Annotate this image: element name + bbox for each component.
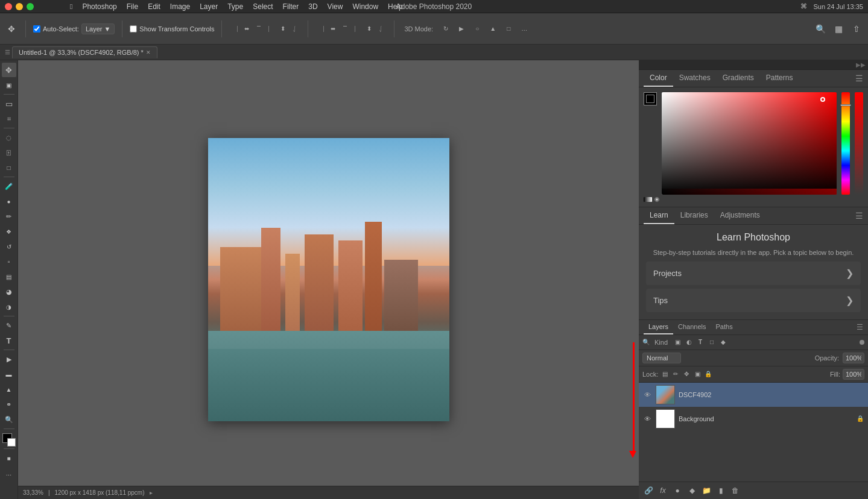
align-bottom-icon[interactable]: ⎺ bbox=[253, 24, 264, 34]
background-color[interactable] bbox=[7, 438, 16, 447]
dist-vcenter-icon[interactable]: ⬌ bbox=[328, 24, 338, 34]
menu-select[interactable]: Select bbox=[249, 2, 276, 11]
filter-pixel-icon[interactable]: ▣ bbox=[673, 337, 682, 347]
tab-learn[interactable]: Learn bbox=[644, 207, 674, 224]
menu-window[interactable]: Window bbox=[349, 2, 382, 11]
align-left-icon[interactable]: ⎸ bbox=[265, 24, 276, 34]
extras-tool[interactable]: … bbox=[2, 466, 16, 480]
color-saturation-box[interactable] bbox=[662, 92, 837, 195]
fg-color[interactable] bbox=[646, 95, 654, 103]
transform-controls-checkbox[interactable] bbox=[130, 25, 137, 33]
tab-swatches[interactable]: Swatches bbox=[673, 70, 717, 87]
tab-paths[interactable]: Paths bbox=[711, 320, 738, 334]
brush-tool[interactable]: ✏ bbox=[2, 209, 16, 224]
tab-close-icon[interactable]: ✕ bbox=[146, 49, 151, 55]
tab-adjustments[interactable]: Adjustments bbox=[714, 207, 766, 224]
opacity-input[interactable] bbox=[843, 353, 864, 363]
quick-select-tool[interactable]: ◌ bbox=[2, 130, 16, 145]
close-button[interactable] bbox=[5, 3, 12, 10]
menu-bar[interactable]:  Photoshop File Edit Image Layer Type S… bbox=[66, 2, 407, 11]
share-icon[interactable]: ⇧ bbox=[850, 22, 863, 36]
custom-shape-tool[interactable]: ▲ bbox=[2, 382, 16, 397]
new-adjustment-icon[interactable]: ◆ bbox=[686, 485, 698, 497]
maximize-button[interactable] bbox=[27, 3, 34, 10]
align-top-icon[interactable]: ⎹ bbox=[229, 24, 240, 34]
alpha-slider[interactable] bbox=[855, 92, 863, 195]
canvas-document[interactable] bbox=[208, 138, 449, 421]
clone-stamp-tool[interactable]: ❖ bbox=[2, 224, 16, 239]
tab-patterns[interactable]: Patterns bbox=[760, 70, 799, 87]
layer-effects-icon[interactable]: fx bbox=[657, 485, 669, 497]
menu-file[interactable]: File bbox=[123, 2, 142, 11]
type-tool[interactable]: T bbox=[2, 333, 16, 348]
move-tool-icon[interactable]: ✥ bbox=[5, 22, 18, 36]
artboard-tool[interactable]: ▣ bbox=[2, 78, 16, 92]
filter-toggle[interactable] bbox=[860, 340, 864, 345]
dist-bottom-icon[interactable]: ⎺ bbox=[340, 24, 350, 34]
lock-all-icon[interactable]: 🔒 bbox=[704, 370, 712, 378]
lasso-tool[interactable]: ⌗ bbox=[2, 111, 16, 126]
learn-item-tips[interactable]: Tips ❯ bbox=[646, 289, 861, 312]
3d-more-icon[interactable]: … bbox=[519, 24, 530, 34]
filter-shape-icon[interactable]: □ bbox=[707, 337, 717, 347]
layers-panel-menu[interactable]: ☰ bbox=[857, 323, 863, 331]
lock-artboard-icon[interactable]: ▣ bbox=[693, 370, 702, 378]
alpha-bar[interactable] bbox=[855, 92, 863, 195]
layer-visibility-eye-bg[interactable]: 👁 bbox=[642, 414, 652, 424]
new-layer-icon[interactable]: ▮ bbox=[715, 485, 727, 497]
hand-tool[interactable]: ⚭ bbox=[2, 397, 16, 412]
layer-row-background[interactable]: 👁 Background 🔒 bbox=[639, 407, 868, 431]
menu-type[interactable]: Type bbox=[224, 2, 247, 11]
window-controls[interactable] bbox=[5, 3, 34, 10]
marquee-tool[interactable]: ▭ bbox=[2, 96, 16, 111]
transform-controls-label[interactable]: Show Transform Controls bbox=[130, 25, 214, 33]
filter-smart-icon[interactable]: ◆ bbox=[718, 337, 728, 347]
menu-image[interactable]: Image bbox=[166, 2, 194, 11]
tab-channels[interactable]: Channels bbox=[673, 320, 711, 334]
workspace-icon[interactable]: ▦ bbox=[832, 22, 845, 36]
dist-left-icon[interactable]: ⎸ bbox=[352, 24, 363, 34]
document-tab[interactable]: Untitled-1 @ 33,3% (DSCF4902, RGB/8) * ✕ bbox=[12, 46, 157, 58]
auto-select-label[interactable]: Auto-Select: bbox=[33, 25, 79, 33]
panel-collapse-bar[interactable]: ▶▶ bbox=[639, 60, 868, 70]
add-mask-icon[interactable]: ● bbox=[671, 485, 683, 497]
menu-layer[interactable]: Layer bbox=[196, 2, 221, 11]
menu-filter[interactable]: Filter bbox=[279, 2, 303, 11]
history-brush-tool[interactable]: ↺ bbox=[2, 239, 16, 254]
align-right-icon[interactable]: ⎷ bbox=[290, 24, 300, 34]
menu-view[interactable]: View bbox=[324, 2, 347, 11]
collapse-icon[interactable]: ▶▶ bbox=[856, 61, 866, 68]
blur-tool[interactable]: ◕ bbox=[2, 284, 16, 299]
lock-move-icon[interactable]: ✥ bbox=[682, 370, 691, 378]
frame-tool[interactable]: □ bbox=[2, 160, 16, 175]
move-tool[interactable]: ✥ bbox=[2, 63, 16, 77]
menu-photoshop[interactable]: Photoshop bbox=[78, 2, 120, 11]
learn-panel-menu[interactable]: ☰ bbox=[855, 211, 863, 221]
filter-adjust-icon[interactable]: ◐ bbox=[684, 337, 694, 347]
minimize-button[interactable] bbox=[16, 3, 23, 10]
3d-scale-icon[interactable]: □ bbox=[503, 24, 514, 34]
crop-tool[interactable]: ⍐ bbox=[2, 145, 16, 160]
dist-top-icon[interactable]: ⎹ bbox=[315, 24, 326, 34]
link-layers-icon[interactable]: 🔗 bbox=[642, 485, 654, 497]
hue-bar-container[interactable] bbox=[841, 92, 850, 195]
status-arrow[interactable]: ▸ bbox=[150, 489, 153, 496]
search-icon[interactable]: 🔍 bbox=[814, 22, 827, 36]
menu-help[interactable]: Help bbox=[384, 2, 407, 11]
menu-edit[interactable]: Edit bbox=[144, 2, 164, 11]
new-group-icon[interactable]: 📁 bbox=[700, 485, 712, 497]
delete-layer-icon[interactable]: 🗑 bbox=[729, 485, 741, 497]
layer-mode-select[interactable]: Layer ▼ bbox=[81, 24, 115, 34]
3d-orbit-icon[interactable]: ↻ bbox=[440, 24, 451, 34]
dist-hcenter-icon[interactable]: ⬍ bbox=[364, 24, 375, 34]
filter-type-icon[interactable]: T bbox=[695, 337, 705, 347]
dodge-tool[interactable]: ◑ bbox=[2, 300, 16, 314]
align-hcenter-icon[interactable]: ⬍ bbox=[277, 24, 288, 34]
lock-checkerboard-icon[interactable]: ▤ bbox=[661, 370, 669, 378]
tab-color[interactable]: Color bbox=[644, 70, 673, 87]
3d-slide-icon[interactable]: ▲ bbox=[487, 24, 498, 34]
menu-apple[interactable]:  bbox=[66, 2, 76, 11]
gradient-tool[interactable]: ▤ bbox=[2, 269, 16, 284]
hue-slider[interactable] bbox=[841, 92, 850, 195]
eyedropper-tool[interactable]: 🧪 bbox=[2, 179, 16, 193]
